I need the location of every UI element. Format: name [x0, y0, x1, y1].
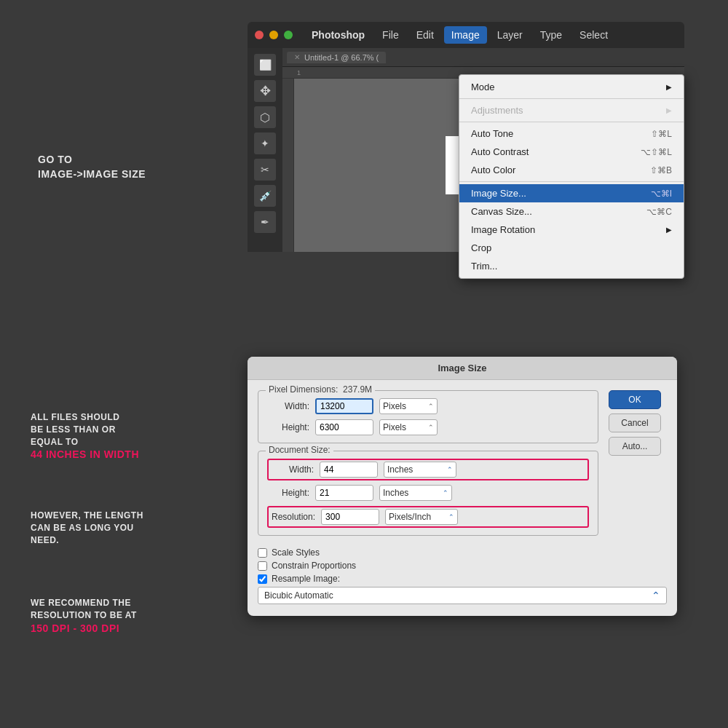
menu-mode[interactable]: Mode ▶	[459, 78, 684, 96]
menu-crop-label: Crop	[471, 242, 491, 253]
divider-1	[459, 98, 684, 99]
doc-width-label: Width:	[272, 464, 314, 475]
menu-canvas-size[interactable]: Canvas Size... ⌥⌘C	[459, 202, 684, 221]
tab-item[interactable]: ✕ Untitled-1 @ 66.7% (	[287, 52, 386, 63]
px-width-label: Width:	[267, 401, 309, 411]
menu-canvas-size-label: Canvas Size...	[471, 206, 532, 217]
doc-height-label: Height:	[267, 488, 309, 498]
px-width-unit-chevron: ⌃	[428, 403, 434, 410]
menu-select[interactable]: Select	[572, 26, 615, 44]
resample-value: Bicubic Automatic	[264, 590, 333, 601]
px-height-unit-chevron: ⌃	[428, 424, 434, 431]
doc-height-chevron: ⌃	[443, 489, 448, 496]
divider-2	[459, 122, 684, 122]
annotation-bottom-2: HOWEVER, THE LENGTH CAN BE AS LONG YOU N…	[31, 510, 143, 546]
document-size-group: Document Size: Width: Inches ⌃ Height:	[258, 451, 598, 536]
resample-label: Resample Image:	[272, 574, 340, 584]
px-width-unit[interactable]: Pixels ⌃	[379, 398, 438, 414]
divider-3	[459, 181, 684, 182]
tool-crop[interactable]: ✂	[254, 159, 276, 181]
tool-magic[interactable]: ✦	[254, 132, 276, 154]
menu-crop[interactable]: Crop	[459, 239, 684, 257]
menu-image-size[interactable]: Image Size... ⌥⌘I	[459, 184, 684, 202]
menu-image-size-shortcut: ⌥⌘I	[651, 189, 672, 199]
annotation-bottom-1: ALL FILES SHOULD BE LESS THAN OR EQUAL T…	[31, 411, 139, 462]
menu-image[interactable]: Image	[444, 26, 487, 44]
auto-button[interactable]: Auto...	[609, 437, 661, 456]
resample-select-row: Bicubic Automatic ⌃	[248, 587, 677, 604]
scale-styles-row: Scale Styles	[258, 547, 667, 558]
menu-auto-tone-shortcut: ⇧⌘L	[651, 129, 672, 139]
tool-move[interactable]: ✥	[254, 80, 276, 102]
constrain-checkbox[interactable]	[258, 561, 267, 571]
dialog-left: Pixel Dimensions: 237.9M Width: Pixels ⌃…	[258, 390, 598, 543]
menu-photoshop[interactable]: Photoshop	[304, 26, 372, 44]
tab-label: Untitled-1 @ 66.7% (	[304, 53, 379, 62]
menu-trim-label: Trim...	[471, 261, 497, 272]
resolution-chevron: ⌃	[448, 513, 454, 521]
doc-height-input[interactable]	[315, 485, 373, 501]
menu-auto-color[interactable]: Auto Color ⇧⌘B	[459, 161, 684, 179]
px-width-input[interactable]	[315, 398, 373, 414]
menu-trim[interactable]: Trim...	[459, 257, 684, 275]
resolution-row: Resolution: Pixels/Inch ⌃	[267, 506, 589, 528]
annotation-bottom-3: WE RECOMMEND THE RESOLUTION TO BE AT 150…	[31, 597, 137, 636]
dialog-body: Pixel Dimensions: 237.9M Width: Pixels ⌃…	[248, 380, 677, 543]
resample-chevron: ⌃	[652, 590, 660, 601]
traffic-minimize[interactable]	[269, 31, 278, 39]
menu-auto-contrast[interactable]: Auto Contrast ⌥⇧⌘L	[459, 143, 684, 161]
traffic-close[interactable]	[255, 31, 264, 39]
resolution-input[interactable]	[321, 509, 379, 525]
doc-width-unit[interactable]: Inches ⌃	[384, 462, 456, 478]
menu-auto-contrast-shortcut: ⌥⇧⌘L	[641, 147, 672, 157]
doc-height-unit[interactable]: Inches ⌃	[379, 485, 452, 501]
resolution-label: Resolution:	[272, 512, 315, 522]
annotation-top: GO TO IMAGE->IMAGE SIZE	[38, 153, 146, 181]
px-height-unit[interactable]: Pixels ⌃	[379, 419, 438, 435]
scale-styles-checkbox[interactable]	[258, 548, 267, 558]
px-height-label: Height:	[267, 422, 309, 432]
checkboxes: Scale Styles Constrain Proportions Resam…	[248, 547, 677, 584]
resample-checkbox[interactable]	[258, 574, 267, 584]
px-height-row: Height: Pixels ⌃	[267, 419, 589, 435]
constrain-row: Constrain Proportions	[258, 561, 667, 571]
menu-adjustments-arrow: ▶	[666, 106, 672, 114]
tool-marquee[interactable]: ⬜	[254, 54, 276, 76]
tool-eyedropper[interactable]: 💉	[254, 185, 276, 207]
menubar: Photoshop File Edit Image Layer Type Sel…	[248, 22, 684, 48]
tab-close[interactable]: ✕	[294, 53, 300, 61]
resample-row: Resample Image:	[258, 574, 667, 584]
px-height-input[interactable]	[315, 419, 373, 435]
pixel-dimensions-label: Pixel Dimensions: 237.9M	[266, 384, 375, 395]
menu-image-size-label: Image Size...	[471, 188, 526, 199]
photoshop-body: ⬜ ✥ ⬡ ✦ ✂ 💉 ✒ ✕ Untitled-1 @ 66.7% ( 1	[248, 48, 684, 252]
top-section: Photoshop File Edit Image Layer Type Sel…	[248, 22, 684, 252]
doc-height-row: Height: Inches ⌃	[267, 485, 589, 501]
dialog-right: OK Cancel Auto...	[609, 390, 667, 543]
tab-bar: ✕ Untitled-1 @ 66.7% (	[282, 48, 684, 67]
tool-pen[interactable]: ✒	[254, 211, 276, 233]
menu-file[interactable]: File	[375, 26, 406, 44]
menu-adjustments[interactable]: Adjustments ▶	[459, 101, 684, 119]
resample-select[interactable]: Bicubic Automatic ⌃	[258, 587, 667, 604]
dialog-title: Image Size	[438, 363, 486, 373]
dialog-window: Image Size Pixel Dimensions: 237.9M Widt…	[248, 357, 677, 616]
menu-image-rotation-label: Image Rotation	[471, 224, 535, 235]
menu-edit[interactable]: Edit	[409, 26, 441, 44]
resolution-unit[interactable]: Pixels/Inch ⌃	[385, 509, 458, 525]
tool-lasso[interactable]: ⬡	[254, 106, 276, 128]
constrain-label: Constrain Proportions	[272, 561, 356, 571]
menu-layer[interactable]: Layer	[490, 26, 530, 44]
doc-size-label: Document Size:	[266, 445, 333, 455]
ok-button[interactable]: OK	[609, 390, 661, 409]
menu-auto-color-shortcut: ⇧⌘B	[650, 165, 672, 175]
menu-type[interactable]: Type	[533, 26, 569, 44]
cancel-button[interactable]: Cancel	[609, 414, 661, 432]
menu-adjustments-label: Adjustments	[471, 105, 523, 116]
menu-canvas-size-shortcut: ⌥⌘C	[646, 207, 672, 217]
menu-mode-label: Mode	[471, 82, 495, 92]
traffic-maximize[interactable]	[284, 31, 293, 39]
menu-image-rotation[interactable]: Image Rotation ▶	[459, 221, 684, 239]
doc-width-input[interactable]	[320, 462, 378, 478]
menu-auto-tone[interactable]: Auto Tone ⇧⌘L	[459, 124, 684, 143]
